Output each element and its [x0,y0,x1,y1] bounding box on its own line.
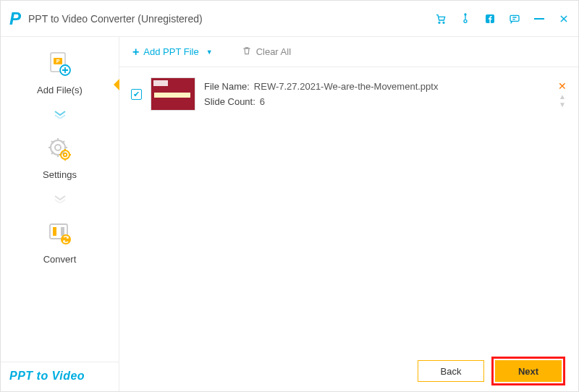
file-row: ✔ File Name: REW-7.27.2021-We-are-the-Mo… [131,77,567,111]
plus-icon: + [132,46,139,59]
svg-point-0 [439,22,440,23]
add-files-icon: P [45,50,74,79]
next-button[interactable]: Next [495,360,562,382]
svg-text:P: P [56,59,60,64]
main-panel: + Add PPT File ▼ Clear All ✔ [119,37,578,391]
app-body: P Add File(s) Settings Convert [1,37,578,391]
active-step-marker [114,79,119,90]
brand-footer: PPT to Video [1,362,119,391]
close-button[interactable] [558,13,570,25]
svg-point-11 [55,145,61,150]
sidebar-label-settings: Settings [43,169,77,180]
slide-count-value: 6 [260,96,265,107]
slide-thumbnail[interactable] [151,77,195,111]
file-name-value: REW-7.27.2021-We-are-the-Movement.pptx [254,81,439,92]
file-row-actions: ✕ ▲ ▼ [558,81,567,107]
thermometer-icon[interactable] [460,13,471,25]
dropdown-caret-icon: ▼ [206,48,213,56]
svg-point-2 [464,20,467,22]
app-logo: P [9,9,20,29]
svg-point-12 [61,150,69,159]
remove-file-icon[interactable]: ✕ [558,81,567,91]
chevron-down-icon [54,108,67,122]
clear-all-label: Clear All [256,46,291,57]
clear-all-button[interactable]: Clear All [242,46,291,58]
file-checkbox[interactable]: ✔ [131,89,142,100]
minimize-button[interactable] [533,13,545,25]
sidebar: P Add File(s) Settings Convert [1,37,119,391]
cart-icon[interactable] [435,13,447,25]
svg-point-1 [443,22,444,23]
sidebar-item-add-files[interactable]: P Add File(s) [37,50,83,95]
svg-point-13 [64,153,67,157]
slide-count-label: Slide Count: [204,96,255,107]
add-ppt-button[interactable]: + Add PPT File ▼ [132,46,213,59]
svg-rect-5 [510,15,519,21]
sidebar-label-add-files: Add File(s) [37,85,83,95]
sidebar-item-convert[interactable]: Convert [43,219,77,265]
chevron-down-icon [54,193,67,206]
title-bar: P PPT to Video Converter (Unregistered) [1,1,578,37]
sidebar-label-convert: Convert [43,254,77,265]
file-name-label: File Name: [204,81,250,92]
svg-rect-15 [53,227,56,236]
facebook-icon[interactable] [484,13,496,25]
convert-icon [46,219,75,248]
settings-icon [45,135,74,163]
back-button[interactable]: Back [418,360,484,382]
svg-rect-16 [61,227,64,236]
titlebar-controls [435,13,570,25]
footer-bar: Back Next [119,351,578,391]
add-ppt-label: Add PPT File [143,46,198,57]
file-list: ✔ File Name: REW-7.27.2021-We-are-the-Mo… [119,67,578,351]
app-window: P PPT to Video Converter (Unregistered) [0,0,579,392]
feedback-icon[interactable] [509,13,520,25]
app-title: PPT to Video Converter (Unregistered) [28,13,203,25]
file-meta: File Name: REW-7.27.2021-We-are-the-Move… [204,81,549,107]
file-toolbar: + Add PPT File ▼ Clear All [119,37,578,67]
next-button-highlight: Next [491,357,565,385]
move-down-icon[interactable]: ▼ [559,102,566,107]
move-up-icon[interactable]: ▲ [559,94,566,99]
trash-icon [242,46,252,58]
sidebar-item-settings[interactable]: Settings [43,135,77,180]
